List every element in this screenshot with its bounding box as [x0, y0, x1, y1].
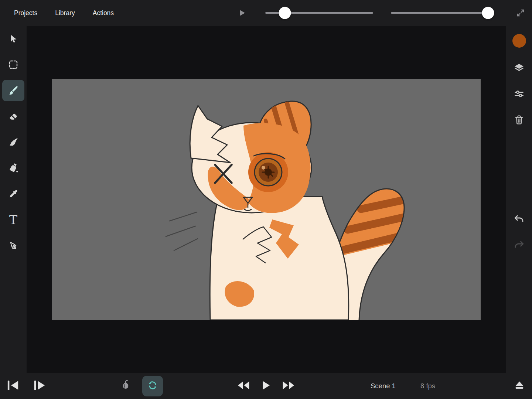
delete-button[interactable]: [509, 110, 529, 131]
marquee-icon: [8, 59, 19, 70]
expand-arrows-icon[interactable]: [516, 8, 525, 18]
marker-brush-icon: [8, 137, 19, 148]
play-button[interactable]: [261, 380, 271, 392]
tool-marker-button[interactable]: [2, 132, 24, 153]
scrub-slider[interactable]: [265, 0, 373, 26]
paintbrush-icon: [8, 85, 19, 96]
drawing-canvas[interactable]: [52, 79, 481, 320]
adjustments-icon: [514, 88, 525, 101]
workspace: [27, 26, 506, 373]
trash-icon: [514, 114, 525, 127]
tool-text-button[interactable]: T: [2, 209, 24, 231]
ink-bottle-icon: [8, 163, 19, 174]
undo-icon: [513, 214, 525, 227]
play-icon: [261, 380, 271, 392]
main-menu: Projects Library Actions: [0, 9, 114, 17]
slider-thumb[interactable]: [279, 7, 291, 19]
menu-projects[interactable]: Projects: [14, 9, 37, 17]
tool-eyedropper-button[interactable]: [2, 183, 24, 205]
menu-actions[interactable]: Actions: [93, 9, 114, 17]
menu-library[interactable]: Library: [55, 9, 75, 17]
loop-icon: [147, 380, 158, 392]
next-frame-button[interactable]: [31, 379, 48, 393]
fast-forward-icon: [281, 381, 296, 392]
next-frame-icon: [32, 379, 47, 393]
slider-thumb[interactable]: [482, 7, 494, 19]
prev-frame-button[interactable]: [4, 379, 21, 393]
side-panel: [506, 26, 532, 373]
transport-controls: [236, 373, 296, 399]
eyedropper-icon: [8, 189, 18, 199]
layers-icon: [513, 62, 525, 75]
tool-marquee-button[interactable]: [2, 54, 24, 75]
onion-skin-button[interactable]: [117, 379, 134, 393]
redo-button[interactable]: [509, 235, 529, 257]
tool-eraser-button[interactable]: [2, 106, 24, 127]
cursor-icon: [8, 34, 18, 44]
pen-nib-icon: [8, 240, 19, 251]
adjustments-button[interactable]: [509, 84, 529, 105]
rewind-icon: [236, 381, 251, 392]
tool-brush-button[interactable]: [2, 80, 24, 101]
play-triangle-icon[interactable]: [238, 9, 246, 17]
layers-button[interactable]: [509, 58, 529, 79]
slider-track[interactable]: [391, 12, 492, 14]
animation-app: Projects Library Actions: [0, 0, 532, 399]
tool-pen-button[interactable]: [2, 235, 24, 256]
timeline-bar: Scene 1 8 fps: [0, 373, 532, 399]
top-bar: Projects Library Actions: [0, 0, 532, 26]
fps-label[interactable]: 8 fps: [420, 373, 435, 399]
tool-palette: T: [0, 26, 27, 373]
undo-button[interactable]: [509, 209, 529, 231]
prev-frame-icon: [6, 379, 20, 393]
tool-select-button[interactable]: [2, 28, 24, 50]
zoom-slider[interactable]: [391, 0, 492, 26]
eject-button[interactable]: [512, 379, 527, 393]
eraser-icon: [8, 111, 19, 122]
scene-label[interactable]: Scene 1: [371, 373, 396, 399]
tool-ink-button[interactable]: [2, 157, 24, 179]
text-tool-icon: T: [9, 214, 17, 226]
rewind-button[interactable]: [236, 381, 251, 392]
color-swatch: [512, 34, 526, 48]
canvas-drawing: [52, 79, 481, 320]
redo-icon: [513, 239, 525, 253]
onion-skin-icon: [119, 379, 132, 393]
eject-icon: [513, 379, 526, 393]
color-swatch-button[interactable]: [509, 32, 529, 50]
fast-forward-button[interactable]: [281, 381, 296, 392]
loop-button[interactable]: [142, 376, 163, 396]
